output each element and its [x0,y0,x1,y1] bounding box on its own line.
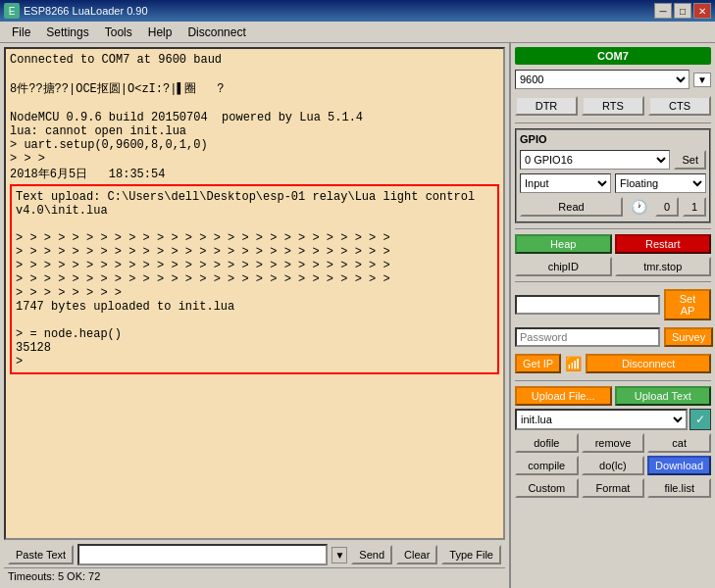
set-ap-button[interactable]: Set AP [664,289,711,320]
chipid-button[interactable]: chipID [515,257,612,276]
cts-button[interactable]: CTS [648,96,711,116]
gpio-pin-select[interactable]: 0 GPIO16 1 GPIO5 2 GPIO4 [520,150,670,170]
dropdown-arrow[interactable]: ▼ [332,547,347,564]
terminal-text-main: Connected to COM7 at 9600 baud 8件??搪??|O… [10,53,499,182]
format-button[interactable]: Format [582,478,645,498]
gpio-set-button[interactable]: Set [674,150,706,170]
chipid-tmrstop-row: chipID tmr.stop [515,257,711,276]
tmrstop-button[interactable]: tmr.stop [615,257,712,276]
menu-tools[interactable]: Tools [97,24,140,41]
upload-file-button[interactable]: Upload File... [515,386,612,406]
title-bar: E ESP8266 LuaLoader 0.90 ─ □ ✕ [0,0,715,22]
ap-row: Set AP [515,287,711,322]
gpio-float-select[interactable]: Floating Pullup Pulldown [615,173,706,193]
cat-button[interactable]: cat [647,433,711,453]
menu-help[interactable]: Help [140,24,180,41]
baud-dropdown-arrow[interactable]: ▼ [693,73,711,87]
gpio-read-button[interactable]: Read [520,197,623,217]
window-title: ESP8266 LuaLoader 0.90 [24,5,654,17]
survey-button[interactable]: Survey [664,327,713,347]
type-file-button[interactable]: Type File [441,545,501,564]
gpio-mode-row: Input Output Floating Pullup Pulldown [520,172,706,195]
file-browse-button[interactable]: ✓ [689,409,711,430]
right-panel: COM7 9600 19200 38400 57600 115200 ▼ DTR… [509,43,715,588]
minimize-button[interactable]: ─ [654,3,672,19]
baud-select[interactable]: 9600 19200 38400 57600 115200 [515,70,689,89]
window-controls: ─ □ ✕ [654,3,711,19]
dtr-rts-cts-row: DTR RTS CTS [515,94,711,118]
ap-input[interactable] [515,295,660,315]
heap-button[interactable]: Heap [515,234,612,254]
gpio-mode-select[interactable]: Input Output [520,173,611,193]
rts-button[interactable]: RTS [582,96,644,116]
terminal-panel: Connected to COM7 at 9600 baud 8件??搪??|O… [0,43,509,588]
gpio-section: GPIO 0 GPIO16 1 GPIO5 2 GPIO4 Set Input … [515,128,711,223]
com-label: COM7 [515,47,711,65]
gpio-0-button[interactable]: 0 [655,197,679,217]
upload-row: Upload File... Upload Text [515,386,711,406]
maximize-button[interactable]: □ [674,3,691,19]
status-text: Timeouts: 5 OK: 72 [8,570,100,582]
file-select-row: init.lua test.lua main.lua ✓ [515,409,711,430]
status-bar: Timeouts: 5 OK: 72 [4,567,505,584]
heap-restart-row: Heap Restart [515,234,711,254]
menu-file[interactable]: File [4,24,38,41]
gpio-pin-row: 0 GPIO16 1 GPIO5 2 GPIO4 Set [520,148,706,172]
compile-row: compile do(lc) Download [515,456,711,475]
main-content: Connected to COM7 at 9600 baud 8件??搪??|O… [0,43,715,588]
clear-button[interactable]: Clear [396,545,437,564]
get-ip-button[interactable]: Get IP [515,354,561,373]
compile-button[interactable]: compile [515,456,579,475]
gpio-read-row: Read 🕐 0 1 [520,195,706,219]
gpio-title: GPIO [520,133,706,145]
getip-row: Get IP 📶 Disconnect [515,352,711,375]
upload-text: Text upload: C:\Users\dell\Desktop\esp-0… [16,190,493,368]
password-row: Survey [515,325,711,349]
app-icon: E [4,3,20,19]
bottom-bar: Paste Text ▼ Send Clear Type File [4,540,505,567]
send-input[interactable] [77,544,328,565]
upload-text-button[interactable]: Upload Text [615,386,712,406]
dolc-button[interactable]: do(lc) [582,456,645,475]
terminal-output[interactable]: Connected to COM7 at 9600 baud 8件??搪??|O… [4,47,505,540]
file-select[interactable]: init.lua test.lua main.lua [515,409,688,430]
download-button[interactable]: Download [647,456,711,475]
menu-disconnect[interactable]: Disconnect [179,24,253,41]
wifi-icon: 📶 [565,356,582,371]
baud-row: 9600 19200 38400 57600 115200 ▼ [515,68,711,91]
dtr-button[interactable]: DTR [515,96,578,116]
clock-icon[interactable]: 🕐 [631,199,647,215]
remove-button[interactable]: remove [582,433,645,453]
dofile-button[interactable]: dofile [515,433,579,453]
file-list-button[interactable]: file.list [647,478,711,498]
menu-settings[interactable]: Settings [38,24,96,41]
send-button[interactable]: Send [351,545,392,564]
right-disconnect-button[interactable]: Disconnect [586,354,711,373]
password-input[interactable] [515,327,660,347]
menu-bar: File Settings Tools Help Disconnect [0,22,715,43]
custom-button[interactable]: Custom [515,478,579,498]
dofile-row: dofile remove cat [515,433,711,453]
close-button[interactable]: ✕ [693,3,711,19]
upload-section: Text upload: C:\Users\dell\Desktop\esp-0… [10,184,499,374]
paste-text-button[interactable]: Paste Text [8,545,74,564]
custom-row: Custom Format file.list [515,478,711,498]
gpio-1-button[interactable]: 1 [683,197,706,217]
restart-button[interactable]: Restart [615,234,712,254]
